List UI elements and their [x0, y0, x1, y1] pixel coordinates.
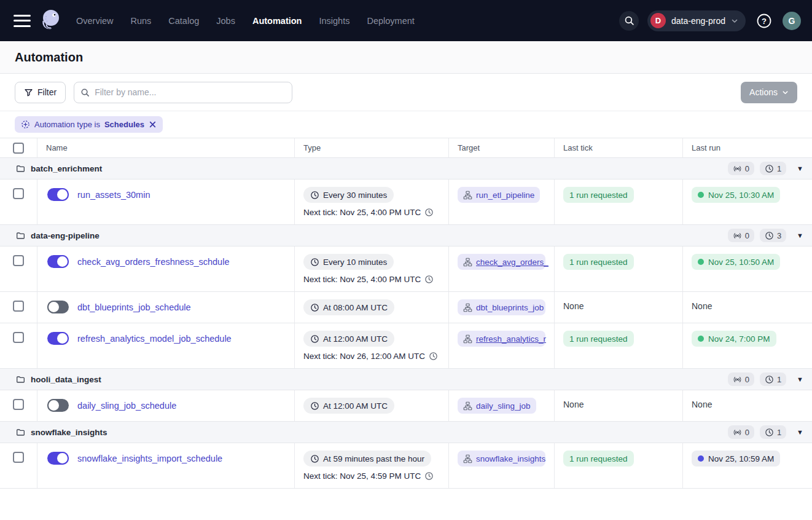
filter-button[interactable]: Filter — [15, 82, 66, 103]
schedule-toggle[interactable] — [47, 332, 69, 345]
name-filter-field — [74, 82, 292, 103]
nav-link-insights[interactable]: Insights — [319, 16, 349, 26]
sensor-count-badge: 0 — [728, 162, 754, 175]
target-job-link[interactable]: check_avg_orders_ — [458, 254, 545, 270]
automation-type-filter-chip[interactable]: Automation type is Schedules — [15, 116, 163, 133]
filter-chip-prefix: Automation type is — [34, 120, 100, 129]
schedule-toggle[interactable] — [47, 301, 69, 313]
last-tick-status-pill[interactable]: 1 run requested — [563, 187, 634, 203]
actions-button[interactable]: Actions — [741, 82, 797, 103]
deployment-name: data-eng-prod — [671, 16, 725, 26]
group-row[interactable]: snowflake_insights 0 1 ▼ — [0, 422, 812, 443]
target-job-link[interactable]: refresh_analytics_r — [458, 331, 545, 347]
clock-icon — [765, 231, 774, 240]
job-graph-icon — [463, 258, 472, 267]
nav-link-automation[interactable]: Automation — [252, 16, 302, 26]
schedule-name-link[interactable]: check_avg_orders_freshness_schdule — [77, 257, 229, 267]
nav-link-runs[interactable]: Runs — [130, 16, 151, 26]
nav-link-overview[interactable]: Overview — [76, 16, 113, 26]
job-graph-icon — [463, 334, 472, 344]
nav-link-deployment[interactable]: Deployment — [367, 16, 414, 26]
run-status-dot — [698, 336, 704, 342]
deployment-switcher[interactable]: D data-eng-prod — [647, 10, 746, 31]
folder-icon — [16, 231, 25, 240]
table-row: daily_sling_job_schedule At 12:00 AM UTC — [0, 390, 812, 422]
sensor-count: 0 — [745, 428, 749, 437]
row-checkbox[interactable] — [13, 255, 24, 266]
table-row: dbt_blueprints_job_schedule At 08:00 AM … — [0, 292, 812, 323]
schedule-name-link[interactable]: dbt_blueprints_job_schedule — [77, 302, 191, 312]
sensor-icon — [733, 231, 742, 240]
folder-icon — [16, 375, 25, 384]
row-checkbox[interactable] — [13, 399, 24, 410]
nav-link-jobs[interactable]: Jobs — [216, 16, 235, 26]
last-run-status-pill[interactable]: Nov 25, 10:50 AM — [692, 254, 780, 270]
row-checkbox[interactable] — [13, 188, 24, 199]
last-run-status-pill[interactable]: Nov 24, 7:00 PM — [692, 331, 776, 347]
help-button[interactable]: ? — [754, 11, 774, 31]
group-row[interactable]: hooli_data_ingest 0 1 ▼ — [0, 369, 812, 390]
schedule-type-label: At 12:00 AM UTC — [323, 334, 388, 344]
user-avatar[interactable]: G — [783, 12, 801, 30]
group-row[interactable]: data-eng-pipeline 0 3 ▼ — [0, 225, 812, 246]
remove-filter-button[interactable] — [149, 120, 157, 128]
last-tick-text: 1 run requested — [569, 334, 628, 344]
schedule-toggle[interactable] — [47, 399, 69, 412]
schedule-toggle[interactable] — [47, 188, 69, 201]
row-checkbox[interactable] — [13, 332, 24, 343]
table-body: batch_enrichment 0 1 ▼ run_assets_30min — [0, 158, 812, 489]
schedule-name-link[interactable]: refresh_analytics_model_job_schedule — [77, 334, 232, 344]
row-checkbox[interactable] — [13, 452, 24, 463]
next-tick-text: Next tick: Nov 25, 4:59 PM UTC — [303, 471, 421, 481]
actions-button-label: Actions — [749, 87, 778, 97]
schedule-name-link[interactable]: daily_sling_job_schedule — [77, 401, 176, 411]
target-job-link[interactable]: snowflake_insights — [458, 451, 545, 467]
collapse-group-icon[interactable]: ▼ — [797, 428, 803, 436]
target-job-link[interactable]: dbt_blueprints_job — [458, 299, 545, 315]
dagster-logo-icon[interactable] — [38, 7, 63, 34]
group-name: batch_enrichment — [31, 164, 102, 173]
last-tick-status-pill[interactable]: 1 run requested — [563, 331, 634, 347]
group-row[interactable]: batch_enrichment 0 1 ▼ — [0, 158, 812, 179]
schedule-count: 1 — [777, 428, 781, 437]
target-job-link[interactable]: run_etl_pipeline — [458, 187, 540, 203]
target-job-link[interactable]: daily_sling_job — [458, 398, 536, 414]
page-title: Automation — [15, 50, 83, 65]
schedule-name-link[interactable]: snowflake_insights_import_schedule — [77, 454, 222, 463]
schedule-type-pill: At 59 minutes past the hour — [303, 451, 431, 467]
clock-icon — [310, 303, 319, 312]
schedule-type-label: At 12:00 AM UTC — [323, 401, 388, 411]
schedule-count: 1 — [777, 164, 781, 173]
collapse-group-icon[interactable]: ▼ — [797, 376, 803, 383]
chevron-down-icon — [731, 17, 738, 25]
collapse-group-icon[interactable]: ▼ — [797, 232, 803, 239]
deployment-badge: D — [650, 13, 666, 28]
schedule-toggle[interactable] — [47, 255, 69, 268]
hamburger-menu-icon[interactable] — [14, 15, 31, 27]
search-button[interactable] — [619, 11, 639, 31]
schedule-toggle[interactable] — [47, 452, 69, 465]
select-all-checkbox[interactable] — [13, 143, 24, 154]
last-run-text: Nov 25, 10:30 AM — [708, 191, 774, 200]
schedule-name-link[interactable]: run_assets_30min — [77, 190, 150, 200]
svg-text:?: ? — [762, 16, 767, 25]
clock-icon — [310, 258, 319, 267]
sensor-count-badge: 0 — [728, 229, 754, 242]
filter-button-label: Filter — [37, 87, 57, 97]
schedule-type-label: Every 10 minutes — [323, 258, 387, 267]
nav-link-catalog[interactable]: Catalog — [168, 16, 199, 26]
last-tick-text: 1 run requested — [569, 191, 628, 200]
last-run-status-pill[interactable]: Nov 25, 10:59 AM — [692, 451, 780, 467]
table-header: Name Type Target Last tick Last run — [0, 138, 812, 158]
last-tick-status-pill[interactable]: 1 run requested — [563, 254, 634, 270]
last-run-status-pill[interactable]: Nov 25, 10:30 AM — [692, 187, 780, 203]
name-filter-input[interactable] — [95, 87, 286, 97]
last-tick-status-pill[interactable]: 1 run requested — [563, 451, 634, 467]
target-job-label: check_avg_orders_ — [476, 258, 548, 267]
schedule-type-pill: At 08:00 AM UTC — [303, 299, 394, 315]
collapse-group-icon[interactable]: ▼ — [797, 165, 803, 172]
run-status-dot — [698, 455, 704, 462]
clock-icon — [310, 334, 319, 344]
row-checkbox[interactable] — [13, 301, 24, 312]
last-run-text: Nov 25, 10:50 AM — [708, 258, 774, 267]
